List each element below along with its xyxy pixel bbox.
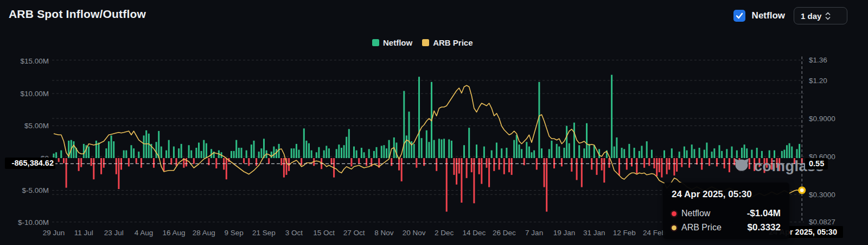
netflow-bar[interactable]: [609, 158, 610, 168]
netflow-bar[interactable]: [133, 148, 135, 158]
netflow-bar[interactable]: [641, 146, 643, 158]
netflow-bar[interactable]: [441, 140, 443, 159]
netflow-bar[interactable]: [258, 152, 260, 158]
netflow-bar[interactable]: [296, 144, 297, 158]
netflow-bar[interactable]: [576, 158, 578, 180]
netflow-bar[interactable]: [764, 158, 765, 173]
netflow-bar[interactable]: [601, 158, 603, 171]
netflow-bar[interactable]: [356, 150, 358, 158]
netflow-bar[interactable]: [766, 158, 768, 168]
netflow-bar[interactable]: [691, 145, 693, 158]
netflow-bar[interactable]: [291, 148, 292, 158]
netflow-bar[interactable]: [583, 148, 585, 158]
netflow-bar[interactable]: [328, 148, 330, 158]
netflow-bar[interactable]: [338, 145, 340, 158]
netflow-bar[interactable]: [709, 158, 710, 166]
netflow-bar[interactable]: [616, 137, 617, 158]
netflow-bar[interactable]: [724, 158, 725, 168]
netflow-bar[interactable]: [799, 144, 800, 158]
netflow-bar[interactable]: [661, 158, 662, 178]
netflow-bar[interactable]: [706, 143, 707, 159]
netflow-bar[interactable]: [738, 158, 740, 171]
netflow-bar[interactable]: [721, 151, 723, 158]
netflow-bar[interactable]: [758, 158, 760, 167]
netflow-bar[interactable]: [546, 158, 547, 212]
netflow-bar[interactable]: [78, 158, 80, 171]
netflow-bar[interactable]: [676, 158, 678, 172]
netflow-bar[interactable]: [368, 149, 370, 158]
netflow-bar[interactable]: [461, 158, 462, 203]
netflow-bar[interactable]: [98, 143, 100, 159]
netflow-bar[interactable]: [511, 158, 513, 175]
netflow-bar[interactable]: [481, 158, 482, 184]
netflow-bar[interactable]: [161, 147, 162, 158]
netflow-bar[interactable]: [60, 150, 62, 158]
netflow-bar[interactable]: [373, 151, 375, 158]
netflow-bar[interactable]: [581, 158, 583, 187]
netflow-bar[interactable]: [679, 152, 680, 158]
netflow-bar[interactable]: [188, 145, 190, 158]
netflow-bar[interactable]: [113, 141, 114, 158]
netflow-bar[interactable]: [308, 143, 310, 158]
netflow-bar[interactable]: [416, 158, 417, 168]
netflow-bar[interactable]: [125, 150, 127, 158]
netflow-bar[interactable]: [561, 158, 563, 166]
netflow-bar[interactable]: [318, 147, 320, 158]
netflow-bar[interactable]: [659, 158, 660, 172]
netflow-bar[interactable]: [781, 151, 783, 158]
netflow-bar[interactable]: [83, 144, 85, 158]
netflow-bar[interactable]: [544, 158, 545, 187]
netflow-bar[interactable]: [231, 151, 232, 158]
netflow-bar[interactable]: [401, 158, 403, 181]
netflow-bar[interactable]: [486, 158, 488, 168]
netflow-bar[interactable]: [774, 150, 775, 158]
netflow-bar[interactable]: [403, 91, 405, 158]
netflow-bar[interactable]: [693, 149, 695, 158]
netflow-bar[interactable]: [201, 151, 202, 158]
netflow-bar[interactable]: [648, 158, 650, 166]
netflow-bar[interactable]: [118, 158, 119, 189]
netflow-bar[interactable]: [283, 158, 285, 178]
netflow-bar[interactable]: [553, 158, 555, 168]
netflow-bar[interactable]: [383, 145, 385, 158]
netflow-bar[interactable]: [538, 82, 540, 158]
netflow-bar[interactable]: [704, 150, 705, 158]
netflow-bar[interactable]: [190, 150, 192, 158]
netflow-bar[interactable]: [280, 158, 282, 165]
netflow-bar[interactable]: [656, 158, 658, 176]
netflow-bar[interactable]: [564, 148, 565, 158]
netflow-bar[interactable]: [651, 150, 653, 158]
netflow-bar[interactable]: [516, 135, 518, 158]
netflow-bar[interactable]: [614, 147, 615, 158]
netflow-bar[interactable]: [454, 158, 455, 175]
netflow-bar[interactable]: [634, 148, 635, 158]
netflow-bar[interactable]: [566, 126, 567, 158]
netflow-bar[interactable]: [311, 150, 312, 158]
netflow-bar[interactable]: [571, 158, 572, 172]
netflow-bar[interactable]: [789, 143, 790, 158]
netflow-bar[interactable]: [95, 141, 97, 158]
netflow-bar[interactable]: [476, 145, 477, 158]
netflow-bar[interactable]: [131, 145, 132, 158]
netflow-bar[interactable]: [63, 158, 65, 164]
netflow-bar[interactable]: [636, 158, 637, 174]
netflow-bar[interactable]: [711, 152, 713, 158]
netflow-bar[interactable]: [398, 158, 400, 171]
netflow-bar[interactable]: [346, 137, 347, 158]
netflow-bar[interactable]: [141, 158, 142, 168]
netflow-bar[interactable]: [791, 147, 793, 158]
netflow-bar[interactable]: [528, 147, 530, 158]
netflow-bar[interactable]: [301, 158, 302, 165]
netflow-bar[interactable]: [508, 158, 510, 172]
netflow-bar[interactable]: [391, 158, 392, 166]
netflow-bar[interactable]: [428, 142, 430, 158]
netflow-bar[interactable]: [105, 148, 107, 158]
netflow-bar[interactable]: [203, 140, 205, 158]
netflow-bar[interactable]: [256, 158, 257, 166]
netflow-bar[interactable]: [73, 141, 74, 158]
netflow-bar[interactable]: [341, 148, 342, 158]
netflow-bar[interactable]: [493, 158, 495, 171]
netflow-bar[interactable]: [413, 144, 415, 158]
netflow-bar[interactable]: [88, 147, 90, 158]
netflow-bar[interactable]: [573, 123, 575, 158]
